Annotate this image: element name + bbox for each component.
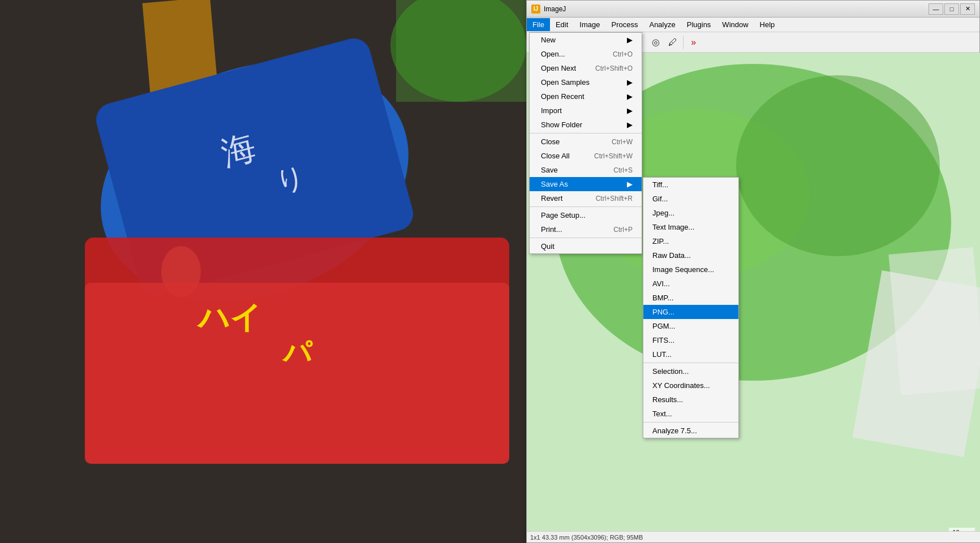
submenu-item-text[interactable]: Text... <box>643 407 738 421</box>
menu-item-import-arrow: ▶ <box>621 106 633 115</box>
submenu-item-png[interactable]: PNG... <box>643 305 738 319</box>
menu-item-open[interactable]: Open... Ctrl+O <box>530 47 642 61</box>
menu-window[interactable]: Window <box>716 18 754 31</box>
submenu-item-jpeg[interactable]: Jpeg... <box>643 206 738 220</box>
submenu-item-pgm[interactable]: PGM... <box>643 319 738 333</box>
menu-file[interactable]: File <box>527 18 550 31</box>
menu-item-new-arrow: ▶ <box>621 36 633 44</box>
svg-text:ハイ: ハイ <box>196 300 261 335</box>
forward-button[interactable]: » <box>686 35 702 50</box>
submenu-item-results[interactable]: Results... <box>643 393 738 407</box>
menu-item-import[interactable]: Import ▶ <box>530 104 642 118</box>
status-text: 1x1 43.33 mm (3504x3096); RGB; 95MB <box>530 534 643 541</box>
menu-item-close-all[interactable]: Close All Ctrl+Shift+W <box>530 149 642 163</box>
menu-item-page-setup[interactable]: Page Setup... <box>530 208 642 222</box>
close-button[interactable]: ✕ <box>960 3 975 15</box>
submenu-item-fits[interactable]: FITS... <box>643 333 738 347</box>
submenu-sep-1 <box>643 363 738 363</box>
menu-process[interactable]: Process <box>606 18 644 31</box>
app-icon: IJ <box>531 5 540 14</box>
menu-sep-1 <box>530 133 642 133</box>
submenu-item-gif-label: Gif... <box>652 195 668 203</box>
menu-help[interactable]: Help <box>754 18 781 31</box>
menu-item-print-shortcut: Ctrl+P <box>596 226 633 234</box>
menu-item-quit[interactable]: Quit <box>530 239 642 253</box>
submenu-item-png-label: PNG... <box>652 308 674 316</box>
menu-item-close-all-label: Close All <box>541 152 570 160</box>
color-tool-button[interactable]: ◎ <box>648 35 664 50</box>
window-title: ImageJ <box>544 5 929 13</box>
menu-item-open-samples[interactable]: Open Samples ▶ <box>530 75 642 89</box>
submenu-item-pgm-label: PGM... <box>652 322 675 330</box>
menu-item-open-samples-label: Open Samples <box>541 78 590 87</box>
menu-item-open-recent-arrow: ▶ <box>621 92 633 101</box>
menu-item-open-next-label: Open Next <box>541 64 576 72</box>
menu-item-open-next-shortcut: Ctrl+Shift+O <box>578 64 633 72</box>
submenu-item-bmp[interactable]: BMP... <box>643 291 738 305</box>
window-controls: — □ ✕ <box>929 3 975 15</box>
submenu-item-tiff-label: Tiff... <box>652 180 668 189</box>
submenu-item-gif[interactable]: Gif... <box>643 192 738 206</box>
menu-edit[interactable]: Edit <box>550 18 574 31</box>
menu-item-new[interactable]: New ▶ <box>530 33 642 47</box>
submenu-item-avi[interactable]: AVI... <box>643 277 738 291</box>
menu-item-open-recent[interactable]: Open Recent ▶ <box>530 89 642 104</box>
menu-item-show-folder-label: Show Folder <box>541 120 582 129</box>
submenu-item-xy-coordinates[interactable]: XY Coordinates... <box>643 378 738 393</box>
submenu-item-selection-label: Selection... <box>652 367 689 376</box>
menu-sep-2 <box>530 206 642 207</box>
submenu-item-raw-data[interactable]: Raw Data... <box>643 248 738 262</box>
menu-item-print[interactable]: Print... Ctrl+P <box>530 222 642 236</box>
maximize-button[interactable]: □ <box>944 3 959 15</box>
menu-item-open-recent-label: Open Recent <box>541 92 584 101</box>
svg-text:パ: パ <box>282 337 313 368</box>
submenu-item-lut[interactable]: LUT... <box>643 347 738 361</box>
submenu-item-results-label: Results... <box>652 395 683 404</box>
menu-image[interactable]: Image <box>574 18 605 31</box>
menu-item-save-as-container: Save As ▶ Tiff... Gif... Jpeg... Text <box>530 177 642 191</box>
menu-item-new-label: New <box>541 36 556 44</box>
svg-rect-13 <box>396 0 526 102</box>
menu-item-save-as-arrow: ▶ <box>621 180 633 188</box>
submenu-item-text-image[interactable]: Text Image... <box>643 220 738 234</box>
menu-analyze[interactable]: Analyze <box>643 18 681 31</box>
submenu-item-xy-coordinates-label: XY Coordinates... <box>652 381 710 390</box>
save-as-submenu: Tiff... Gif... Jpeg... Text Image... ZIP… <box>643 177 739 438</box>
svg-point-17 <box>736 75 940 256</box>
menu-item-save-as[interactable]: Save As ▶ <box>530 177 642 191</box>
submenu-item-zip[interactable]: ZIP... <box>643 234 738 248</box>
submenu-item-analyze[interactable]: Analyze 7.5... <box>643 424 738 438</box>
title-bar: IJ ImageJ — □ ✕ <box>527 1 979 18</box>
submenu-item-lut-label: LUT... <box>652 350 672 359</box>
menu-item-close-label: Close <box>541 137 560 146</box>
menu-item-open-next[interactable]: Open Next Ctrl+Shift+O <box>530 61 642 75</box>
menu-item-revert-label: Revert <box>541 194 562 202</box>
minimize-button[interactable]: — <box>929 3 943 15</box>
menu-item-import-label: Import <box>541 106 562 115</box>
submenu-item-fits-label: FITS... <box>652 336 674 344</box>
submenu-item-image-sequence-label: Image Sequence... <box>652 265 714 274</box>
menu-item-show-folder-arrow: ▶ <box>621 120 633 129</box>
file-menu-panel: New ▶ Open... Ctrl+O Open Next Ctrl+Shif… <box>529 32 642 254</box>
submenu-sep-2 <box>643 422 738 423</box>
menu-item-page-setup-label: Page Setup... <box>541 211 586 219</box>
eyedropper-tool-button[interactable]: 🖊 <box>665 35 681 50</box>
menu-item-open-label: Open... <box>541 50 565 58</box>
toolbar-separator-2 <box>683 36 684 49</box>
menu-item-print-label: Print... <box>541 225 562 234</box>
menu-sep-3 <box>530 238 642 238</box>
menu-item-save-as-label: Save As <box>541 180 568 188</box>
menu-item-close[interactable]: Close Ctrl+W <box>530 135 642 149</box>
submenu-item-text-image-label: Text Image... <box>652 223 694 231</box>
submenu-item-tiff[interactable]: Tiff... <box>643 178 738 192</box>
submenu-item-selection[interactable]: Selection... <box>643 364 738 378</box>
menu-item-revert[interactable]: Revert Ctrl+Shift+R <box>530 191 642 205</box>
menu-item-save-label: Save <box>541 166 558 174</box>
menu-item-quit-label: Quit <box>541 242 555 251</box>
submenu-item-jpeg-label: Jpeg... <box>652 209 674 217</box>
menu-item-show-folder[interactable]: Show Folder ▶ <box>530 118 642 132</box>
submenu-item-image-sequence[interactable]: Image Sequence... <box>643 262 738 277</box>
menu-item-save[interactable]: Save Ctrl+S <box>530 163 642 177</box>
menu-plugins[interactable]: Plugins <box>681 18 717 31</box>
menu-item-close-shortcut: Ctrl+W <box>595 138 633 146</box>
